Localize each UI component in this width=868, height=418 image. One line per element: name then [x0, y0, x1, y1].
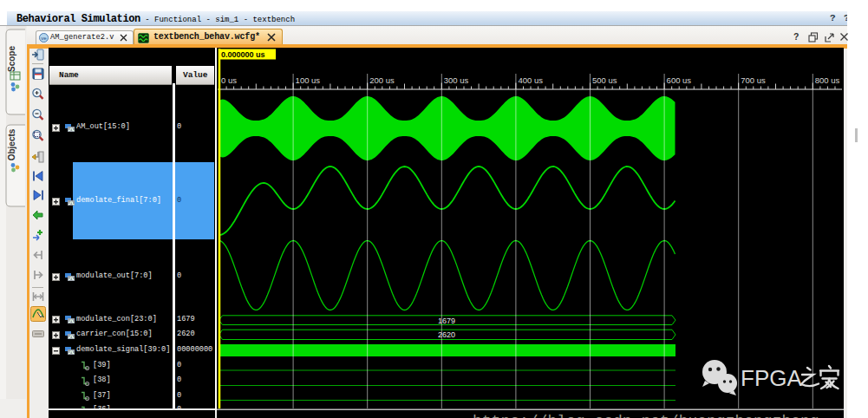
svg-text:800 us: 800 us	[815, 75, 840, 85]
svg-text:600 us: 600 us	[667, 75, 692, 85]
svg-text:0 us: 0 us	[221, 75, 237, 85]
svg-text:2620: 2620	[438, 330, 455, 339]
svg-text:300 us: 300 us	[444, 75, 469, 85]
svg-text:Scope: Scope	[7, 46, 16, 72]
svg-text:400 us: 400 us	[518, 75, 543, 85]
svg-text:1679: 1679	[438, 317, 455, 325]
svg-text:100 us: 100 us	[296, 75, 321, 85]
svg-text:200 us: 200 us	[369, 75, 395, 85]
svg-text:Objects: Objects	[7, 128, 16, 160]
svg-text:ve: ve	[41, 36, 47, 41]
svg-text:700 us: 700 us	[741, 75, 766, 85]
svg-text:500 us: 500 us	[592, 75, 617, 85]
svg-text:FPGA: FPGA	[741, 365, 802, 391]
svg-text:0.000000 us: 0.000000 us	[221, 50, 265, 59]
